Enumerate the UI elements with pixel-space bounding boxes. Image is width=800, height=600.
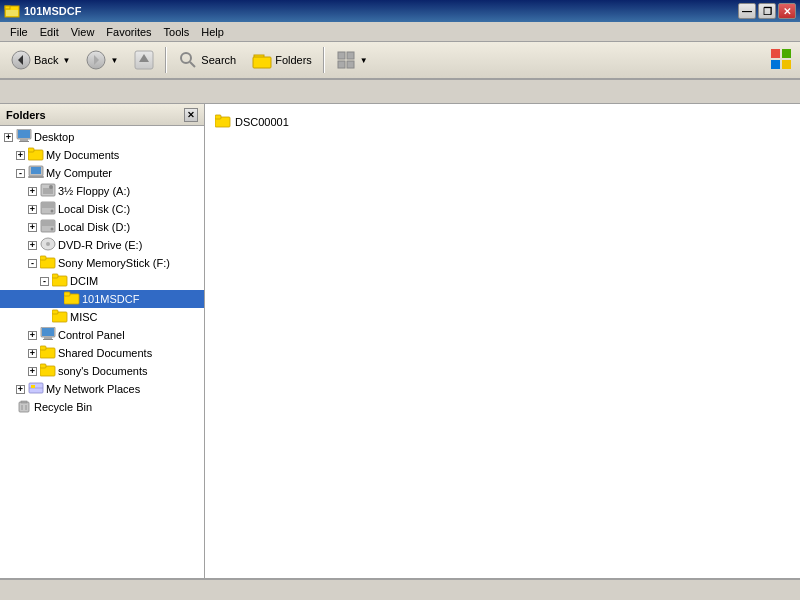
svg-rect-20 — [782, 60, 791, 69]
tree-icon-misc — [52, 309, 68, 326]
expand-box-control-panel[interactable]: + — [28, 331, 37, 340]
tree-item-network-places[interactable]: +My Network Places — [0, 380, 204, 398]
expand-box-local-c[interactable]: + — [28, 205, 37, 214]
tree-icon-desktop — [16, 129, 32, 146]
tree-item-101msdcf[interactable]: 101MSDCF — [0, 290, 204, 308]
window-icon — [4, 3, 20, 19]
close-button[interactable]: ✕ — [778, 3, 796, 19]
svg-rect-29 — [28, 176, 44, 178]
svg-rect-1 — [5, 6, 10, 9]
window-title: 101MSDCF — [24, 5, 81, 17]
svg-rect-12 — [253, 57, 271, 68]
expand-spacer-misc — [40, 313, 49, 322]
expand-box-network-places[interactable]: + — [16, 385, 25, 394]
views-icon — [336, 50, 356, 70]
svg-rect-26 — [28, 148, 34, 152]
folders-close-button[interactable]: ✕ — [184, 108, 198, 122]
svg-rect-46 — [64, 292, 70, 296]
tree-icon-recycle-bin — [16, 399, 32, 416]
svg-line-10 — [190, 62, 195, 67]
search-icon — [178, 50, 198, 70]
tree-icon-sony-f — [40, 255, 56, 272]
expand-box-shared-docs[interactable]: + — [28, 349, 37, 358]
tree-item-my-documents[interactable]: +My Documents — [0, 146, 204, 164]
expand-box-dvd-e[interactable]: + — [28, 241, 37, 250]
expand-box-local-d[interactable]: + — [28, 223, 37, 232]
folders-icon — [252, 50, 272, 70]
menu-edit[interactable]: Edit — [34, 24, 65, 40]
svg-rect-2 — [6, 10, 18, 16]
search-label: Search — [201, 54, 236, 66]
expand-box-dcim[interactable]: - — [40, 277, 49, 286]
expand-box-desktop[interactable]: + — [4, 133, 13, 142]
expand-box-sony-f[interactable]: - — [28, 259, 37, 268]
back-button[interactable]: Back ▼ — [4, 45, 77, 75]
svg-rect-48 — [52, 310, 58, 314]
folders-tree[interactable]: +Desktop+My Documents-My Computer+3½ Flo… — [0, 126, 204, 578]
svg-rect-24 — [19, 141, 29, 142]
tree-item-dvd-e[interactable]: +DVD-R Drive (E:) — [0, 236, 204, 254]
views-button[interactable]: ▼ — [329, 45, 375, 75]
restore-button[interactable]: ❐ — [758, 3, 776, 19]
folders-button[interactable]: Folders — [245, 45, 319, 75]
main-area: Folders ✕ +Desktop+My Documents-My Compu… — [0, 104, 800, 578]
svg-point-40 — [46, 242, 50, 246]
tree-item-shared-docs[interactable]: +Shared Documents — [0, 344, 204, 362]
up-button[interactable] — [127, 45, 161, 75]
tree-label-my-documents: My Documents — [46, 149, 119, 161]
tree-item-floppy[interactable]: +3½ Floppy (A:) — [0, 182, 204, 200]
svg-rect-28 — [31, 167, 41, 174]
tree-icon-network-places — [28, 381, 44, 398]
menu-help[interactable]: Help — [195, 24, 230, 40]
forward-dropdown-arrow: ▼ — [110, 56, 118, 65]
expand-box-my-computer[interactable]: - — [16, 169, 25, 178]
svg-point-35 — [51, 209, 54, 212]
tree-item-my-computer[interactable]: -My Computer — [0, 164, 204, 182]
tree-item-sonys-docs[interactable]: +sony's Documents — [0, 362, 204, 380]
back-dropdown-arrow: ▼ — [62, 56, 70, 65]
tree-label-sony-f: Sony MemoryStick (F:) — [58, 257, 170, 269]
svg-rect-51 — [44, 337, 52, 339]
menu-file[interactable]: File — [4, 24, 34, 40]
status-bar — [0, 578, 800, 600]
svg-rect-52 — [43, 339, 53, 340]
tree-item-dcim[interactable]: -DCIM — [0, 272, 204, 290]
tree-item-desktop[interactable]: +Desktop — [0, 128, 204, 146]
svg-rect-54 — [40, 346, 46, 350]
tree-label-local-d: Local Disk (D:) — [58, 221, 130, 233]
svg-rect-14 — [347, 52, 354, 59]
tree-item-local-d[interactable]: +Local Disk (D:) — [0, 218, 204, 236]
tree-label-control-panel: Control Panel — [58, 329, 125, 341]
tree-label-network-places: My Network Places — [46, 383, 140, 395]
tree-label-101msdcf: 101MSDCF — [82, 293, 139, 305]
svg-rect-61 — [21, 401, 27, 403]
svg-rect-19 — [771, 60, 780, 69]
title-bar: 101MSDCF — ❐ ✕ — [0, 0, 800, 22]
tree-item-local-c[interactable]: +Local Disk (C:) — [0, 200, 204, 218]
svg-rect-50 — [42, 328, 54, 336]
expand-box-sonys-docs[interactable]: + — [28, 367, 37, 376]
expand-spacer-recycle-bin — [4, 403, 13, 412]
menu-tools[interactable]: Tools — [158, 24, 196, 40]
menu-favorites[interactable]: Favorites — [100, 24, 157, 40]
svg-rect-22 — [18, 130, 30, 138]
tree-icon-shared-docs — [40, 345, 56, 362]
tree-item-sony-f[interactable]: -Sony MemoryStick (F:) — [0, 254, 204, 272]
toolbar: Back ▼ ▼ — [0, 42, 800, 80]
minimize-button[interactable]: — — [738, 3, 756, 19]
tree-item-recycle-bin[interactable]: Recycle Bin — [0, 398, 204, 416]
expand-box-my-documents[interactable]: + — [16, 151, 25, 160]
expand-box-floppy[interactable]: + — [28, 187, 37, 196]
content-area: DSC00001 — [205, 104, 800, 578]
search-button[interactable]: Search — [171, 45, 243, 75]
folders-header-text: Folders — [6, 109, 46, 121]
tree-item-misc[interactable]: MISC — [0, 308, 204, 326]
expand-spacer-101msdcf — [52, 295, 61, 304]
tree-label-dvd-e: DVD-R Drive (E:) — [58, 239, 142, 251]
svg-rect-59 — [31, 385, 35, 388]
menu-view[interactable]: View — [65, 24, 101, 40]
tree-item-control-panel[interactable]: +Control Panel — [0, 326, 204, 344]
forward-button[interactable]: ▼ — [79, 45, 125, 75]
up-icon — [134, 50, 154, 70]
content-item-dsc00001[interactable]: DSC00001 — [213, 112, 792, 132]
